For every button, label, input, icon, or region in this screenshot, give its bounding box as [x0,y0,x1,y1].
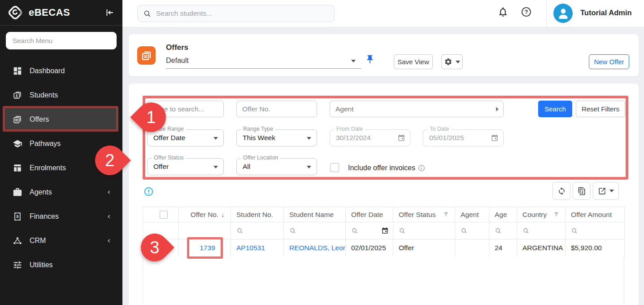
notifications-bell-icon[interactable] [497,6,509,18]
sidebar-item-dashboard[interactable]: Dashboard [0,59,122,83]
offer-location-label: Offer Location [241,155,280,161]
date-range-select[interactable]: Date Range Offer Date [147,129,224,146]
column-header-offer-amount[interactable]: Offer Amount [566,207,625,222]
column-header-student-name[interactable]: Student Name [284,207,346,222]
grid-quick-search-input[interactable] [147,101,224,117]
help-icon[interactable]: ? [521,6,532,18]
pathways-icon [13,139,22,149]
filter-cell-offer-date[interactable] [346,222,393,239]
sidebar-item-students[interactable]: Students [0,83,122,107]
filter-funnel-icon[interactable] [443,211,449,218]
from-date-label: From Date [334,126,365,132]
sidebar-item-pathways[interactable]: Pathways [0,132,122,156]
chevron-left-icon[interactable] [105,189,113,196]
sidebar-item-offers[interactable]: Offers [4,108,118,131]
filter-cell-country[interactable] [517,222,566,239]
offer-status-select[interactable]: Offer Status Offer [147,158,224,175]
cell-student-no[interactable]: AP10531 [231,239,284,257]
cell-student-name[interactable]: REONALDS, Leon [284,239,346,257]
sidebar-item-utilities[interactable]: Utilities [0,253,122,277]
view-selector[interactable]: Default [166,54,361,69]
sidebar-item-label: Finances [30,212,59,221]
page-title: Offers [166,43,188,52]
calendar-icon [381,227,389,234]
column-header-offer-no[interactable]: Offer No.↓ [179,207,231,222]
filter-funnel-icon[interactable] [553,211,560,218]
view-selector-value: Default [166,57,189,64]
user-name[interactable]: Tutorial Admin [580,9,632,17]
sidebar-nav: Dashboard Students Offers [0,59,122,277]
filter-cell-student-no[interactable] [231,222,284,239]
cell-offer-date: 02/01/2025 [346,239,393,257]
cell-offer-no[interactable]: 1739 [179,239,231,257]
column-header-offer-status[interactable]: Offer Status [393,207,455,222]
crm-icon [13,236,22,246]
filter-cell-offer-status[interactable] [393,222,455,239]
column-header-country[interactable]: Country [517,207,566,222]
student-search-input[interactable] [156,9,318,18]
sidebar-search-input[interactable] [6,32,117,49]
export-button[interactable] [593,182,619,200]
chevron-left-icon[interactable] [105,237,113,244]
student-name-link[interactable]: REONALDS, Leon [289,244,346,252]
sidebar: eBECAS Dashboard Students [0,0,122,305]
column-header-offer-date[interactable]: Offer Date [346,207,393,222]
save-view-button[interactable]: Save View [394,54,433,69]
date-range-value: Offer Date [148,130,223,146]
filter-cell-age[interactable] [489,222,517,239]
export-icon [598,187,606,195]
settings-gear-button[interactable] [441,54,463,69]
sidebar-header: eBECAS [0,0,122,26]
copy-button[interactable] [573,182,591,200]
sidebar-item-enrolments[interactable]: Enrolments [0,156,122,180]
offer-status-label: Offer Status [152,155,186,161]
new-offer-button[interactable]: New Offer [589,54,629,69]
reset-filters-button[interactable]: Reset Filters [576,101,625,117]
student-search[interactable] [137,5,335,22]
student-no-link[interactable]: AP10531 [236,244,265,252]
to-date-field[interactable]: To Date 05/01/2025 [423,129,504,146]
search-button[interactable]: Search [538,101,572,117]
chevron-left-icon[interactable] [105,213,113,220]
chevron-down-icon [609,190,614,192]
column-header-agent[interactable]: Agent [455,207,489,222]
agent-filter-dropdown[interactable] [330,101,504,117]
column-header-age[interactable]: Age [489,207,517,222]
sidebar-item-crm[interactable]: CRM [0,229,122,253]
filter-cell-offer-no[interactable] [179,222,231,239]
include-invoices-checkbox[interactable] [330,163,339,172]
sidebar-item-agents[interactable]: Agents [0,180,122,204]
sidebar-collapse-icon[interactable] [104,8,114,18]
brand-logo-icon [7,4,23,21]
grid-header-row: Offer No.↓ Student No. Student Name Offe… [143,207,625,222]
refresh-icon [557,187,566,195]
select-all-checkbox[interactable] [160,211,168,219]
search-icon [495,227,517,234]
offers-grid: Offer No.↓ Student No. Student Name Offe… [143,207,625,257]
utilities-icon [13,260,22,270]
sidebar-item-finances[interactable]: $ Finances [0,204,122,229]
offer-location-value: All [237,159,317,175]
offer-no-filter-input[interactable] [236,101,317,117]
range-type-select[interactable]: Range Type This Week [236,129,317,146]
info-icon[interactable] [418,164,425,172]
refresh-button[interactable] [553,182,570,200]
chevron-down-icon [307,166,311,168]
students-icon [13,90,22,100]
offer-link[interactable]: 1739 [200,244,215,252]
pin-icon[interactable] [365,54,375,64]
finances-icon: $ [13,212,22,221]
offers-page-icon [137,46,156,65]
offer-status-value: Offer [148,159,223,175]
column-header-student-no[interactable]: Student No. [231,207,284,222]
user-avatar[interactable] [553,4,573,23]
from-date-field[interactable]: From Date 30/12/2024 [330,129,410,146]
include-invoices-label: Include offer invoices [348,164,415,172]
filter-cell-agent[interactable] [455,222,489,239]
gear-icon [444,57,453,66]
filter-cell-offer-amount[interactable] [566,222,625,239]
filter-cell-student-name[interactable] [284,222,346,239]
sidebar-item-label: Enrolments [30,164,66,172]
agent-filter-input[interactable] [330,101,504,117]
offer-location-select[interactable]: Offer Location All [236,158,317,175]
